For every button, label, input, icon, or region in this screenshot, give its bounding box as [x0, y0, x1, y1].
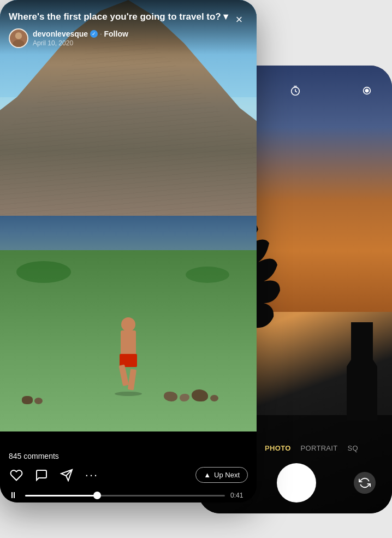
camera-mode-photo[interactable]: PHOTO	[265, 444, 291, 452]
like-button[interactable]	[9, 468, 24, 483]
svg-point-5	[365, 89, 369, 92]
person-figure	[120, 317, 137, 388]
comments-count[interactable]: 845 comments	[0, 446, 257, 464]
verified-badge: ✓	[90, 30, 98, 38]
post-date: April 10, 2020	[33, 39, 248, 47]
camera-mode-portrait[interactable]: PORTRAIT	[301, 444, 338, 452]
post-header: Where's the first place you're going to …	[0, 0, 257, 55]
water-scene	[0, 216, 257, 250]
comment-button[interactable]	[34, 468, 49, 483]
camera-live-icon[interactable]	[358, 82, 376, 99]
progress-track[interactable]	[25, 495, 225, 496]
username-row: devonlevesque ✓ · Follow	[33, 29, 248, 38]
time-display: 0:41	[230, 492, 248, 499]
svg-point-8	[15, 32, 22, 39]
pause-button[interactable]: ⏸	[9, 490, 20, 500]
camera-flip-button[interactable]	[354, 472, 376, 494]
svg-point-9	[13, 40, 24, 48]
post-bottom-bar: 845 comments ··· ▲ Up Next	[0, 446, 257, 502]
follow-button[interactable]: Follow	[104, 29, 128, 38]
progress-bar-container: ⏸ 0:41	[0, 486, 257, 502]
up-next-chevron: ▲	[204, 471, 211, 479]
share-button[interactable]	[59, 468, 74, 483]
post-image	[0, 0, 257, 431]
progress-fill	[25, 495, 97, 496]
camera-mode-sq[interactable]: SQ	[347, 444, 358, 452]
instagram-card: Where's the first place you're going to …	[0, 0, 257, 502]
camera-timer-icon[interactable]	[287, 82, 304, 99]
more-options-button[interactable]: ···	[84, 468, 99, 483]
progress-thumb[interactable]	[93, 492, 101, 499]
post-user-row: devonlevesque ✓ · Follow April 10, 2020	[9, 28, 248, 48]
dot-separator: ·	[100, 30, 102, 38]
user-info: devonlevesque ✓ · Follow April 10, 2020	[33, 29, 248, 47]
username[interactable]: devonlevesque	[33, 29, 88, 38]
camera-shutter-button[interactable]	[277, 463, 316, 502]
close-button[interactable]: ×	[230, 11, 248, 28]
lower-scene	[0, 250, 257, 431]
up-next-label: Up Next	[214, 471, 240, 479]
up-next-button[interactable]: ▲ Up Next	[195, 467, 248, 483]
rocks	[164, 389, 218, 401]
avatar[interactable]	[9, 28, 28, 48]
post-title: Where's the first place you're going to …	[9, 11, 248, 23]
action-bar: ··· ▲ Up Next	[0, 464, 257, 486]
